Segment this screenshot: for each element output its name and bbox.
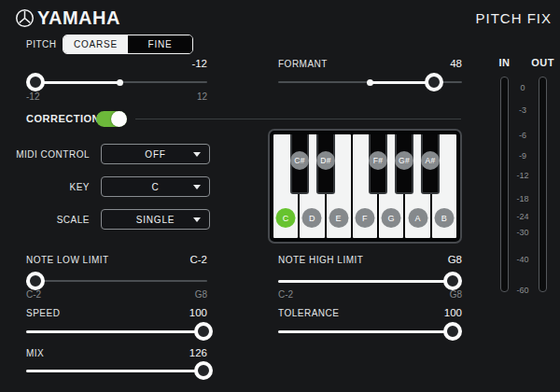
speed-slider-handle[interactable] (194, 322, 213, 341)
coarse-button[interactable]: COARSE (63, 35, 128, 53)
key-d-sharp[interactable]: D# (316, 134, 335, 194)
page-title: PITCH FIX (475, 10, 552, 26)
speed-value: 100 (26, 307, 207, 318)
note-low-limit-value: C-2 (26, 254, 207, 265)
key-c-label: C (276, 208, 296, 228)
yamaha-tuning-fork-icon (15, 8, 35, 28)
key-a-label: A (408, 208, 427, 228)
key-f-label: F (355, 208, 374, 228)
yamaha-logo: YAMAHA (15, 7, 120, 29)
logo-text: YAMAHA (37, 7, 120, 29)
meter-scale-tick: -3 (510, 105, 536, 115)
pitch-slider-handle[interactable] (26, 73, 45, 91)
meter-scale-tick: -12 (510, 171, 536, 180)
pitch-slider[interactable] (26, 73, 207, 91)
key-d-sharp-label: D# (316, 151, 335, 170)
key-value: C (151, 182, 159, 192)
note-high-limit-value: G8 (278, 254, 462, 265)
note-low-limit-slider[interactable] (26, 272, 207, 290)
note-low-limit-slider-handle[interactable] (26, 272, 45, 290)
chevron-down-icon (193, 152, 201, 157)
pitch-label: PITCH (26, 39, 57, 49)
in-meter (500, 77, 509, 292)
key-dropdown[interactable]: C (101, 176, 210, 197)
key-a-sharp-label: A# (421, 151, 440, 170)
key-g-sharp-label: G# (395, 151, 413, 170)
note-high-limit-slider-fill (278, 280, 453, 283)
pitch-slider-fill (35, 81, 119, 84)
midi-control-dropdown[interactable]: OFF (101, 144, 210, 164)
pitch-value: -12 (26, 58, 207, 69)
note-high-limit-slider[interactable] (278, 272, 462, 290)
formant-slider-center-dot (367, 79, 373, 86)
scale-label: SCALE (15, 215, 90, 225)
out-meter (539, 77, 547, 292)
mix-value: 126 (26, 347, 207, 358)
pitch-fix-window: YAMAHA PITCH FIX PITCH COARSE FINE -12 -… (0, 0, 560, 392)
formant-slider-handle[interactable] (425, 73, 443, 91)
key-c-sharp-label: C# (290, 151, 309, 170)
formant-slider[interactable] (278, 73, 462, 91)
key-a-sharp[interactable]: A# (421, 134, 440, 194)
meter-scale-tick: -40 (510, 255, 536, 264)
speed-slider[interactable] (26, 322, 207, 341)
scale-dropdown[interactable]: SINGLE (101, 209, 210, 230)
pitch-mode-toggle: COARSE FINE (63, 35, 193, 54)
midi-control-value: OFF (145, 149, 165, 160)
key-e-label: E (329, 208, 348, 228)
tolerance-slider[interactable] (278, 322, 462, 341)
key-c-sharp[interactable]: C# (290, 134, 309, 194)
note-low-limit-range-max: G8 (26, 289, 207, 300)
tolerance-slider-handle[interactable] (443, 322, 462, 341)
in-meter-label: IN (492, 57, 517, 68)
meter-scale-tick: 0 (510, 83, 536, 92)
key-d-label: D (302, 208, 322, 228)
out-meter-label: OUT (530, 57, 555, 68)
piano-keyboard: C D E F G A B (268, 129, 462, 244)
meter-scale-tick: -30 (510, 228, 536, 237)
key-g-sharp[interactable]: G# (395, 134, 413, 194)
meter-scale-tick: -24 (510, 212, 536, 221)
correction-toggle-knob (111, 111, 127, 127)
correction-toggle[interactable] (96, 111, 127, 127)
chevron-down-icon (193, 185, 201, 189)
key-f-sharp-label: F# (369, 151, 387, 170)
fine-button[interactable]: FINE (128, 35, 192, 53)
key-b-label: B (434, 208, 454, 228)
midi-control-label: MIDI CONTROL (15, 149, 90, 160)
section-divider (135, 119, 461, 119)
note-low-limit-slider-track[interactable] (26, 280, 207, 282)
mix-slider-handle[interactable] (194, 361, 213, 380)
meter-scale-tick: -18 (510, 194, 536, 203)
mix-slider[interactable] (26, 361, 207, 380)
correction-label: CORRECTION (26, 113, 100, 124)
key-label: KEY (15, 182, 90, 192)
meter-scale-tick: -6 (510, 131, 536, 140)
chevron-down-icon (193, 217, 201, 222)
meter-scale-tick: -9 (510, 151, 536, 161)
formant-value: 48 (278, 58, 462, 69)
tolerance-value: 100 (278, 307, 462, 318)
tolerance-slider-fill (278, 330, 453, 333)
speed-slider-fill (26, 330, 203, 333)
key-f-sharp[interactable]: F# (369, 134, 387, 194)
meter-scale-tick: -60 (510, 286, 536, 295)
mix-slider-fill (26, 370, 203, 372)
scale-value: SINGLE (136, 215, 175, 225)
note-high-limit-slider-handle[interactable] (443, 272, 462, 290)
note-high-limit-range-max: G8 (278, 289, 462, 300)
pitch-range-max: 12 (26, 91, 207, 102)
pitch-slider-center-dot (117, 79, 123, 86)
key-g-label: G (382, 208, 401, 228)
